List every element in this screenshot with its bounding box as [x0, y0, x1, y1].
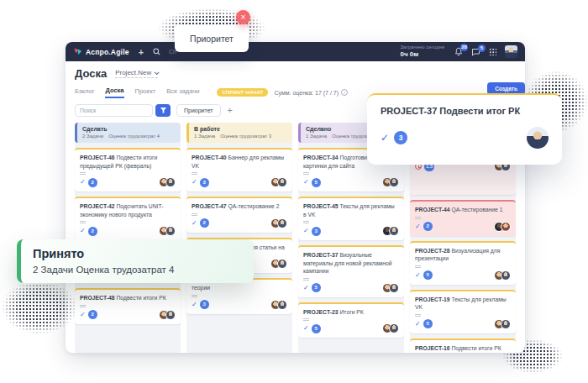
task-title: PROJECT-46 Подвести итоги предыдущей РК …	[80, 154, 176, 170]
time-tracker-value: 0ч 0м	[400, 50, 444, 59]
check-icon: ✓	[415, 321, 421, 328]
task-card-project-48[interactable]: PROJECT-48 Подвести итоги РК✓2	[75, 288, 181, 324]
description-icon	[192, 213, 197, 214]
task-code: PROJECT-46	[80, 155, 115, 160]
tab-все-задачи[interactable]: Все задачи	[166, 87, 199, 97]
task-code: PROJECT-37	[303, 252, 339, 258]
task-card-project-16[interactable]: PROJECT-16 Подвести итоги РК	[410, 338, 516, 353]
story-points-badge: 2	[88, 227, 97, 236]
check-icon: ✓	[415, 272, 421, 279]
task-card[interactable]: теории✓3	[186, 278, 292, 314]
task-code: PROJECT-34	[303, 155, 339, 160]
avatar	[501, 222, 511, 232]
apps-grid-icon[interactable]	[489, 48, 496, 55]
assignee-avatars	[159, 177, 176, 187]
column-meta-item: Оценка трудозатрат 4	[108, 134, 160, 139]
assignee-avatars	[382, 323, 399, 333]
info-icon[interactable]: i	[341, 89, 348, 96]
assignee-avatars	[270, 177, 287, 187]
story-points-badge: 5	[423, 319, 433, 328]
story-points-badge: 5	[312, 178, 321, 187]
assignee-avatars	[494, 222, 511, 232]
task-card-project-47[interactable]: PROJECT-47 QA-тестирование 2✓2	[186, 197, 292, 233]
avatar	[501, 319, 511, 329]
avatar	[501, 270, 511, 281]
check-icon: ✓	[80, 228, 86, 234]
task-card-project-42[interactable]: PROJECT-42 Подсчитать UNIT-экономику нов…	[75, 197, 181, 240]
add-icon[interactable]: +	[139, 48, 144, 56]
avatar	[277, 259, 287, 269]
task-card-project-44[interactable]: PROJECT-44 QA-тестирование 1✓2	[410, 200, 516, 236]
app-name: Аспро.Agile	[86, 48, 129, 56]
tab-проект[interactable]: Проект	[135, 87, 156, 97]
task-card-project-19[interactable]: PROJECT-19 Тексты для рекламы VK✓5	[410, 290, 516, 333]
check-icon: ✓	[80, 312, 86, 318]
assignee-avatars	[270, 218, 287, 228]
check-icon: ✓	[192, 302, 197, 308]
description-icon	[80, 305, 86, 306]
task-card-project-23[interactable]: PROJECT-23 Итоги РК✓5	[298, 302, 404, 338]
task-title: теории	[192, 284, 287, 292]
tab-доска[interactable]: Доска	[105, 87, 123, 98]
filter-button[interactable]	[155, 104, 171, 117]
search-icon[interactable]	[153, 48, 160, 55]
add-filter-button[interactable]: +	[228, 106, 233, 115]
task-title: PROJECT-44 QA-тестирование 1	[415, 206, 511, 214]
description-icon	[80, 221, 86, 222]
story-points-badge: 3	[200, 300, 209, 309]
task-title: PROJECT-28 Визуализация для презентации	[415, 247, 511, 263]
task-code: PROJECT-40	[192, 155, 227, 160]
story-points-badge: 5	[312, 324, 321, 333]
story-points-badge: 3	[312, 227, 321, 236]
column-meta-item: 1 Задача	[194, 134, 215, 139]
task-title: PROJECT-23 Итоги РК	[303, 308, 399, 317]
stage: Аспро.Agile + Сп Затрачено сегодня 0ч 0м…	[0, 0, 588, 383]
app-window: Аспро.Agile + Сп Затрачено сегодня 0ч 0м…	[66, 42, 525, 353]
check-icon: ✓	[303, 179, 309, 186]
check-icon: ✓	[381, 132, 389, 144]
task-card-project-46[interactable]: PROJECT-46 Подвести итоги предыдущей РК …	[75, 148, 181, 192]
check-icon: ✓	[80, 179, 86, 186]
task-card-project-37[interactable]: PROJECT-37 Визуальные материалы для ново…	[298, 245, 404, 297]
description-icon	[415, 217, 421, 218]
task-code: PROJECT-47	[192, 203, 227, 209]
column-todo: Сделать2 ЗадачиОценка трудозатрат 4PROJE…	[75, 123, 181, 353]
tab-бэклог[interactable]: Бэклог	[75, 87, 94, 97]
avatar	[389, 323, 399, 333]
close-icon[interactable]: ×	[236, 10, 250, 24]
notifications-badge: 28	[460, 44, 468, 51]
task-title: PROJECT-16 Подвести итоги РК	[415, 344, 511, 353]
task-title: PROJECT-42 Подсчитать UNIT-экономику нов…	[80, 202, 176, 218]
description-icon	[303, 221, 309, 222]
avatar	[277, 218, 287, 228]
column-in-progress: В работе1 ЗадачаОценка трудозатрат 3PROJ…	[186, 123, 292, 353]
assignee-avatars	[382, 226, 399, 236]
avatar	[165, 226, 176, 236]
project-selector-label: Project.New	[115, 69, 151, 76]
priority-filter-chip[interactable]: Приоритет	[176, 104, 221, 117]
notifications-button[interactable]: 28	[454, 47, 463, 56]
time-tracker: Затрачено сегодня 0ч 0м	[400, 45, 444, 60]
accepted-callout-subtitle: 2 Задачи Оценка трудозатрат 4	[33, 265, 242, 275]
story-points-badge: 2	[200, 218, 209, 228]
story-points-badge: 2	[88, 310, 97, 319]
check-icon: ✓	[192, 220, 197, 227]
user-avatar[interactable]	[505, 45, 517, 58]
story-points-badge: 5	[423, 270, 433, 280]
search-input[interactable]	[75, 104, 153, 117]
story-points-badge: 2	[88, 178, 97, 187]
task-code: PROJECT-19	[415, 296, 450, 302]
task-title: PROJECT-47 QA-тестирование 2	[192, 202, 287, 211]
time-tracker-label: Затрачено сегодня	[400, 45, 444, 51]
check-icon: ✓	[192, 179, 197, 186]
task-card-project-28[interactable]: PROJECT-28 Визуализация для презентации✓…	[410, 241, 516, 285]
task-card-project-45[interactable]: PROJECT-45 Тексты для рекламы в VK✓3	[298, 197, 404, 240]
accepted-callout-title: Принято	[33, 247, 242, 260]
task-card-project-40[interactable]: PROJECT-40 Баннер для рекламы VK✓3	[186, 148, 292, 192]
task-code: PROJECT-28	[415, 248, 450, 254]
messages-button[interactable]: 5	[471, 48, 480, 56]
assignee-avatars	[494, 270, 511, 281]
messages-badge: 5	[478, 45, 486, 52]
project-selector[interactable]: Project.New	[115, 69, 158, 78]
task-card-callout[interactable]: PROJECT-37 Подвести итог РК ✓ 3	[367, 93, 562, 165]
